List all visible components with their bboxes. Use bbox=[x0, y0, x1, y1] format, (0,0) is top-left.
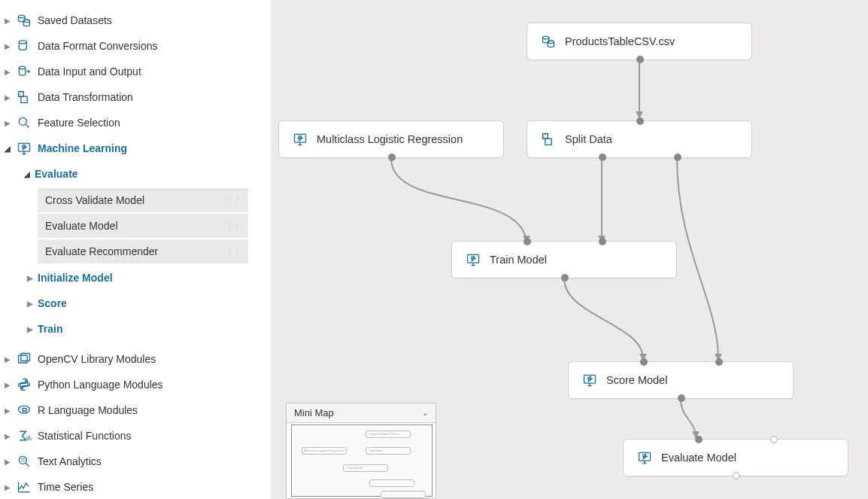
ml-icon bbox=[466, 252, 481, 267]
node-label: Train Model bbox=[490, 254, 547, 266]
caret-icon: ▶ bbox=[23, 300, 38, 308]
mm-label: Multiclass Logistic Regression bbox=[304, 449, 344, 452]
svg-point-18 bbox=[543, 36, 549, 39]
caret-icon: ▶ bbox=[0, 432, 15, 440]
caret-down-icon: ◢ bbox=[20, 170, 35, 178]
caret-icon: ▶ bbox=[23, 274, 38, 282]
tree-label: Data Transformation bbox=[38, 91, 133, 103]
caret-icon: ▶ bbox=[0, 42, 15, 50]
tree-label: Feature Selection bbox=[38, 117, 120, 129]
tree-label: Machine Learning bbox=[38, 142, 127, 154]
output-port[interactable] bbox=[678, 394, 685, 402]
input-port-2[interactable] bbox=[599, 238, 606, 245]
tree-item-data-transformation[interactable]: ▶ Data Transformation bbox=[0, 84, 271, 110]
output-port[interactable] bbox=[388, 154, 396, 161]
node-split-data[interactable]: Split Data bbox=[527, 120, 752, 158]
node-label: Split Data bbox=[565, 133, 612, 145]
node-dataset[interactable]: ProductsTableCSV.csv bbox=[527, 23, 752, 60]
caret-icon: ▶ bbox=[0, 68, 15, 76]
module-evaluate-model[interactable]: Evaluate Model ⋮⋮ bbox=[38, 214, 248, 238]
module-cross-validate-model[interactable]: Cross Validate Model ⋮⋮ bbox=[38, 188, 248, 212]
node-score-model[interactable]: Score Model bbox=[568, 361, 794, 399]
tree-label: Python Language Modules bbox=[38, 379, 163, 391]
tree-label: Saved Datasets bbox=[38, 14, 112, 26]
caret-icon: ▶ bbox=[0, 119, 15, 127]
tree-item-machine-learning[interactable]: ◢ Machine Learning bbox=[0, 135, 271, 161]
node-multiclass-logistic-regression[interactable]: Multiclass Logistic Regression bbox=[278, 120, 504, 158]
module-label: Cross Validate Model bbox=[45, 194, 144, 206]
input-port-2[interactable] bbox=[770, 436, 778, 443]
tree-item-saved-datasets[interactable]: ▶ Saved Datasets bbox=[0, 8, 271, 33]
input-port-2[interactable] bbox=[715, 358, 723, 366]
mm-node bbox=[369, 479, 414, 487]
tree-item-score[interactable]: ▶ Score bbox=[0, 291, 271, 316]
input-port-1[interactable] bbox=[524, 238, 531, 245]
svg-point-10 bbox=[19, 406, 30, 413]
tree-label: Initialize Model bbox=[38, 272, 113, 284]
tree-item-time-series[interactable]: ▶ Time Series bbox=[0, 474, 271, 499]
tree-item-r[interactable]: ▶ R Language Modules bbox=[0, 397, 271, 423]
tree-label: Train bbox=[38, 323, 62, 335]
tree-label: Data Input and Output bbox=[38, 65, 141, 78]
node-train-model[interactable]: Train Model bbox=[451, 241, 677, 278]
ml-icon bbox=[582, 373, 597, 388]
svg-point-2 bbox=[19, 41, 26, 44]
svg-rect-8 bbox=[19, 355, 28, 363]
tree-label: OpenCV Library Modules bbox=[38, 353, 156, 365]
python-icon bbox=[15, 377, 33, 392]
tree-item-initialize-model[interactable]: ▶ Initialize Model bbox=[0, 265, 271, 291]
node-label: ProductsTableCSV.csv bbox=[565, 35, 675, 47]
opencv-icon bbox=[15, 351, 33, 367]
tree-item-python[interactable]: ▶ Python Language Modules bbox=[0, 372, 271, 397]
minimap-title: Mini Map bbox=[294, 407, 334, 418]
tree-label: R Language Modules bbox=[38, 404, 138, 416]
input-port[interactable] bbox=[636, 117, 644, 125]
node-label: Evaluate Model bbox=[661, 452, 736, 464]
tree-item-data-format-conversions[interactable]: ▶ Data Format Conversions bbox=[0, 33, 271, 59]
svg-point-3 bbox=[19, 66, 25, 69]
search-icon bbox=[15, 115, 33, 130]
minimap-header[interactable]: Mini Map ⌄ bbox=[287, 403, 436, 423]
minimap-body[interactable]: ProductsTableCSV.csv Multiclass Logistic… bbox=[287, 423, 436, 498]
tree-item-statistical-functions[interactable]: ▶ Statistical Functions bbox=[0, 423, 271, 449]
output-port[interactable] bbox=[733, 472, 740, 479]
module-evaluate-recommender[interactable]: Evaluate Recommender ⋮⋮ bbox=[38, 239, 248, 263]
module-tree-sidebar: ▶ Saved Datasets ▶ Data Format Conversio… bbox=[0, 0, 271, 499]
output-port-1[interactable] bbox=[599, 154, 606, 161]
tree-label: Data Format Conversions bbox=[38, 40, 158, 52]
input-port-1[interactable] bbox=[695, 436, 703, 443]
node-label: Multiclass Logistic Regression bbox=[317, 133, 463, 145]
mm-label: Train Model bbox=[347, 466, 363, 470]
caret-icon: ▶ bbox=[0, 93, 15, 102]
tree-item-opencv[interactable]: ▶ OpenCV Library Modules bbox=[0, 346, 271, 372]
experiment-canvas[interactable]: ProductsTableCSV.csv Multiclass Logistic… bbox=[271, 0, 868, 499]
output-port[interactable] bbox=[561, 274, 569, 281]
dataset-icon bbox=[15, 13, 33, 28]
caret-icon: ▶ bbox=[0, 406, 15, 415]
node-evaluate-model[interactable]: Evaluate Model bbox=[623, 439, 848, 476]
tree-item-evaluate[interactable]: ◢ Evaluate bbox=[0, 161, 271, 187]
tree-label: Statistical Functions bbox=[38, 430, 132, 442]
ml-icon bbox=[15, 141, 33, 156]
timeseries-icon bbox=[15, 479, 33, 494]
output-port-2[interactable] bbox=[674, 154, 681, 161]
caret-icon: ▶ bbox=[0, 17, 15, 25]
tree-item-data-input-output[interactable]: ▶ Data Input and Output bbox=[0, 59, 271, 84]
module-label: Evaluate Model bbox=[45, 220, 118, 232]
ml-icon bbox=[293, 132, 308, 147]
dataset-icon bbox=[541, 34, 556, 49]
caret-down-icon: ◢ bbox=[0, 145, 15, 153]
r-icon bbox=[15, 403, 33, 418]
minimap[interactable]: Mini Map ⌄ ProductsTableCSV.csv Multicla… bbox=[286, 403, 436, 499]
input-port-1[interactable] bbox=[640, 358, 648, 366]
mm-label: Split Data bbox=[369, 449, 382, 452]
output-port[interactable] bbox=[636, 56, 644, 63]
tree-label: Score bbox=[38, 297, 67, 309]
caret-icon: ▶ bbox=[0, 355, 15, 364]
tree-item-text-analytics[interactable]: ▶ Text Analytics bbox=[0, 449, 271, 474]
mm-node bbox=[381, 491, 426, 498]
tree-item-feature-selection[interactable]: ▶ Feature Selection bbox=[0, 110, 271, 135]
node-label: Score Model bbox=[606, 374, 667, 386]
dataset-icon bbox=[15, 38, 33, 53]
tree-item-train[interactable]: ▶ Train bbox=[0, 316, 271, 342]
